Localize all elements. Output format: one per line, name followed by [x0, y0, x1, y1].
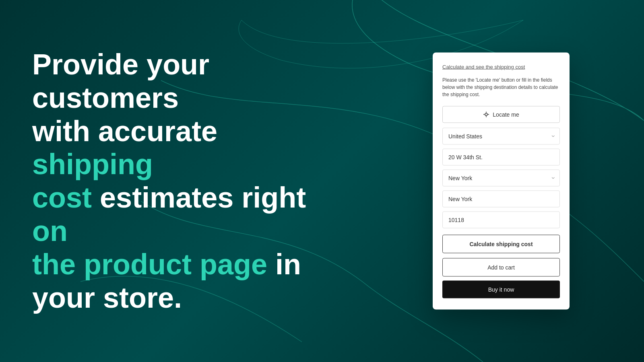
locate-me-button[interactable]: Locate me [442, 106, 560, 123]
address-input[interactable] [442, 149, 560, 166]
country-group: United States Canada United Kingdom Aust… [442, 128, 560, 145]
state-select[interactable]: New York California Texas Florida [442, 170, 560, 187]
zip-input[interactable] [442, 212, 560, 228]
buy-now-button[interactable]: Buy it now [442, 281, 560, 298]
shipping-widget: Calculate and see the shipping cost Plea… [433, 53, 570, 310]
headline-section: Provide your customers with accurate shi… [32, 48, 314, 314]
country-select[interactable]: United States Canada United Kingdom Aust… [442, 128, 560, 145]
buy-now-label: Buy it now [488, 286, 514, 293]
city-input[interactable] [442, 191, 560, 208]
zip-group [442, 212, 560, 228]
headline-line5: your store. [32, 281, 314, 314]
address-group [442, 149, 560, 166]
calculate-shipping-label: Calculate shipping cost [469, 241, 533, 247]
locate-me-label: Locate me [493, 111, 519, 118]
add-to-cart-label: Add to cart [487, 264, 515, 271]
state-select-wrapper: New York California Texas Florida [442, 170, 560, 187]
state-group: New York California Texas Florida [442, 170, 560, 187]
headline-text: Provide your customers with accurate shi… [32, 48, 314, 314]
headline-line2: with accurate shipping [32, 114, 314, 181]
svg-point-0 [485, 113, 487, 116]
city-group [442, 191, 560, 208]
headline-line4: the product page in [32, 248, 314, 281]
location-icon [483, 111, 489, 118]
calculate-shipping-button[interactable]: Calculate shipping cost [442, 235, 560, 253]
country-select-wrapper: United States Canada United Kingdom Aust… [442, 128, 560, 145]
headline-line3: cost estimates right on [32, 181, 314, 248]
widget-title[interactable]: Calculate and see the shipping cost [442, 64, 560, 70]
headline-line1: Provide your customers [32, 48, 314, 115]
add-to-cart-button[interactable]: Add to cart [442, 258, 560, 277]
widget-description: Please use the 'Locate me' button or fil… [442, 76, 560, 98]
